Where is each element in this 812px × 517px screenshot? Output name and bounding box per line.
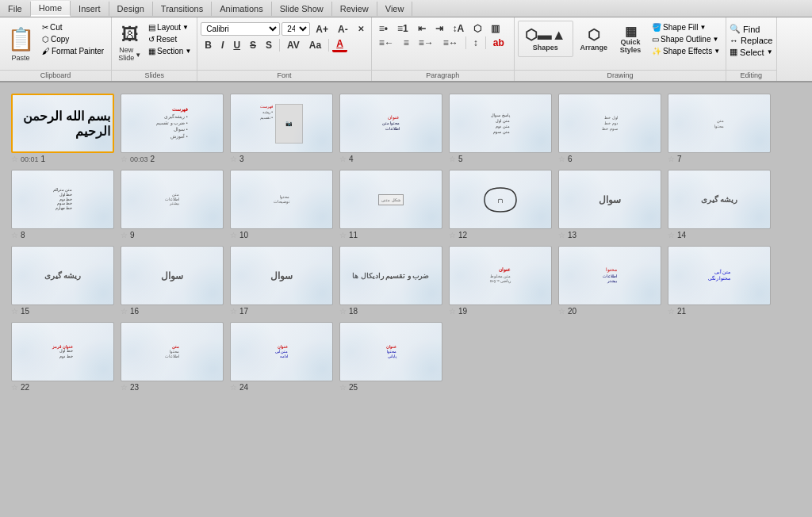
slide-item[interactable]: ضرب و تقسیم رادیکال ها☆18 [339,246,442,316]
line-spacing-button[interactable]: ↕ [469,36,482,49]
slide-star[interactable]: ☆ [449,307,456,316]
slide-star[interactable]: ☆ [11,383,18,392]
select-button[interactable]: Select [740,48,764,57]
slide-item[interactable]: متناطلاعاتبیشتر☆9 [121,170,224,239]
strikethrough-button[interactable]: S [246,39,260,52]
slide-item[interactable]: متنمحتوا☆7 [668,94,771,163]
slide-star[interactable]: ☆ [339,155,347,163]
format-painter-button[interactable]: 🖌 Format Painter [40,46,106,56]
increase-indent-button[interactable]: ⇥ [431,22,447,35]
font-size-select[interactable]: 24 [282,22,310,36]
slide-item[interactable]: عنوانمتن آبیادامه☆24 [230,322,333,392]
section-button[interactable]: ▦ Section ▼ [146,46,193,56]
shapes-button[interactable]: ⬡▬▲ Shapes [518,21,573,57]
quick-styles-button[interactable]: ▦ Quick Styles [615,21,646,57]
case-button[interactable]: Aa [305,39,325,52]
shape-effects-button[interactable]: ✨ Shape Effects ▼ [649,46,722,56]
new-slide-button[interactable]: 🖼 New Slide ▼ [115,21,144,67]
slide-item[interactable]: ╮╭☆12 [449,170,552,239]
slide-star[interactable]: ☆ [668,307,675,316]
tab-file[interactable]: File [0,2,31,16]
slide-item[interactable]: 📷فهرست• ریشه• تقسیم☆3 [230,94,333,163]
reset-button[interactable]: ↺ Reset [146,34,193,44]
justify-button[interactable]: ≡↔ [439,36,462,49]
slide-item[interactable]: عنوانمحتوا متناطلاعات☆4 [339,94,442,163]
shrink-font-button[interactable]: A- [334,23,352,36]
copy-button[interactable]: ⬡ Copy [40,34,106,44]
slide-item[interactable]: سوال☆16 [121,246,224,316]
slide-item[interactable]: شکل متنی☆11 [339,170,442,239]
slide-item[interactable]: متن آبیمحتوا رنگی☆21 [668,246,771,316]
slide-item[interactable]: عنوان قرمزخط اولخط دوم☆22 [11,322,114,392]
slide-star[interactable]: ☆ [339,231,347,239]
paste-button[interactable]: 📋 Paste [3,21,38,67]
decrease-indent-button[interactable]: ⇤ [414,22,430,35]
slide-item[interactable]: متن متراکمخط اولخط دومخط سومخط چهارم☆8 [11,170,114,239]
columns-button[interactable]: ▥ [487,22,504,35]
slide-star[interactable]: ☆ [668,231,675,239]
slide-star[interactable]: ☆ [230,383,237,392]
slide-star[interactable]: ☆ [230,155,237,163]
bullet-list-button[interactable]: ≡• [375,22,392,35]
slide-star[interactable]: ☆ [558,155,565,163]
slide-star[interactable]: ☆ [11,155,18,163]
numbered-list-button[interactable]: ≡1 [393,22,412,35]
clear-formatting-button[interactable]: ✕ [354,24,368,34]
align-center-button[interactable]: ≡ [400,36,413,49]
slide-item[interactable]: عنوانمحتواپایانی☆25 [339,322,442,392]
slide-star[interactable]: ☆ [449,231,456,239]
slide-star[interactable]: ☆ [121,231,128,239]
find-button[interactable]: Find [743,25,760,34]
arrange-button[interactable]: ⬡ Arrange [576,21,612,57]
tab-insert[interactable]: Insert [71,2,109,16]
tab-home[interactable]: Home [31,1,71,17]
slide-star[interactable]: ☆ [558,307,565,316]
shape-fill-button[interactable]: 🪣 Shape Fill ▼ [649,22,722,33]
tab-design[interactable]: Design [109,2,153,16]
slide-star[interactable]: ☆ [339,307,347,316]
slide-item[interactable]: فهرست• ریشه‌گیری• ضرب و تقسیم• سوال• آمو… [121,94,224,163]
font-color-button[interactable]: A [332,37,347,52]
slide-star[interactable]: ☆ [230,231,237,239]
tab-view[interactable]: View [377,2,413,16]
tab-animations[interactable]: Animations [212,2,271,16]
tab-slideshow[interactable]: Slide Show [272,2,332,16]
slide-star[interactable]: ☆ [230,307,237,316]
slide-item[interactable]: اول خطدوم خطسوم خط☆6 [558,94,661,163]
slide-item[interactable]: سوال☆17 [230,246,333,316]
char-spacing-button[interactable]: AV [283,39,304,52]
bold-button[interactable]: B [201,39,216,52]
slide-star[interactable]: ☆ [11,231,18,239]
slide-item[interactable]: محتوااطلاعاتبیشتر☆20 [558,246,661,316]
italic-button[interactable]: I [217,39,228,52]
text-highlight-button[interactable]: ab [489,36,508,49]
slide-item[interactable]: محتواتوضیحات☆10 [230,170,333,239]
slide-item[interactable]: عنوانمتن مخلوطریاضی = x+y☆19 [449,246,552,316]
slide-star[interactable]: ☆ [449,155,456,163]
slide-star[interactable]: ☆ [121,383,128,392]
slide-star[interactable]: ☆ [558,231,565,239]
slide-item[interactable]: متنمحتوااطلاعات☆23 [121,322,224,392]
slide-item[interactable]: ریشه گیری☆15 [11,246,114,316]
slide-star[interactable]: ☆ [339,383,347,392]
slide-star[interactable]: ☆ [121,155,128,163]
slide-star[interactable]: ☆ [11,307,18,316]
text-direction-button[interactable]: ↕A [449,22,469,35]
shadow-button[interactable]: S [262,39,276,52]
slide-item[interactable]: ریشه گیری☆14 [668,170,771,239]
replace-button[interactable]: Replace [741,36,772,45]
slide-item[interactable]: پاسخ سوالمتن اولمتن دوممتن سوم☆5 [449,94,552,163]
cut-button[interactable]: ✂ Cut [40,22,106,33]
underline-button[interactable]: U [229,39,244,52]
slide-star[interactable]: ☆ [121,307,128,316]
tab-review[interactable]: Review [332,2,377,16]
align-right-button[interactable]: ≡→ [415,36,438,49]
font-name-select[interactable]: Calibri [201,22,280,36]
shape-outline-button[interactable]: ▭ Shape Outline ▼ [649,34,722,44]
layout-button[interactable]: ▤ Layout ▼ [146,22,193,33]
grow-font-button[interactable]: A+ [312,23,332,36]
slide-item[interactable]: بسم الله الرحمن الرحیم☆00:011 [11,94,114,163]
align-left-button[interactable]: ≡← [375,36,398,49]
slide-star[interactable]: ☆ [668,155,675,163]
tab-transitions[interactable]: Transitions [153,2,212,16]
